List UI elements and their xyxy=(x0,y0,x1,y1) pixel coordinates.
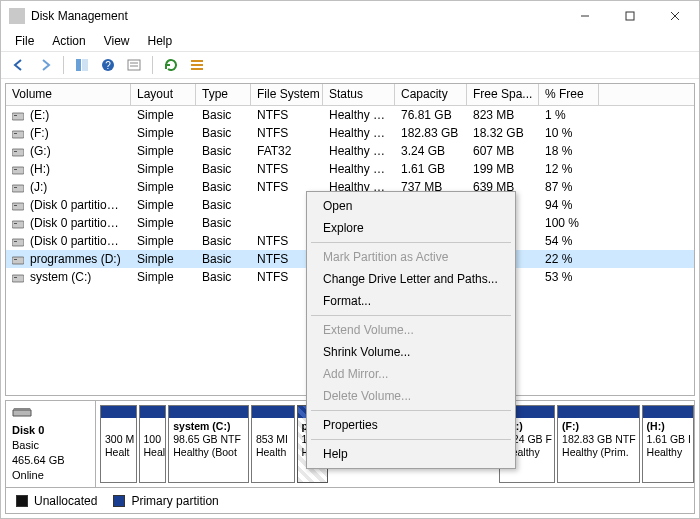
svg-rect-28 xyxy=(12,239,24,246)
partition-block[interactable]: 100Heal xyxy=(139,405,167,483)
table-row[interactable]: (H:)SimpleBasicNTFSHealthy (P...1.61 GB1… xyxy=(6,160,694,178)
disk-size: 465.64 GB xyxy=(12,454,65,466)
svg-rect-5 xyxy=(82,59,88,71)
svg-rect-19 xyxy=(14,151,17,152)
col-freespace[interactable]: Free Spa... xyxy=(467,84,539,105)
context-menu-separator xyxy=(311,242,511,243)
volume-icon xyxy=(12,182,24,194)
close-button[interactable] xyxy=(652,1,697,31)
svg-rect-13 xyxy=(191,68,203,70)
svg-rect-1 xyxy=(626,12,634,20)
help-icon[interactable]: ? xyxy=(96,54,120,76)
volume-icon xyxy=(12,236,24,248)
menu-help[interactable]: Help xyxy=(140,32,181,50)
svg-rect-32 xyxy=(12,275,24,282)
legend-unallocated: Unallocated xyxy=(34,494,97,508)
svg-rect-22 xyxy=(12,185,24,192)
svg-rect-24 xyxy=(12,203,24,210)
menu-file[interactable]: File xyxy=(7,32,42,50)
partition-block[interactable]: (H:)1.61 GB IHealthy xyxy=(642,405,694,483)
volume-icon xyxy=(12,200,24,212)
col-layout[interactable]: Layout xyxy=(131,84,196,105)
context-menu: OpenExploreMark Partition as ActiveChang… xyxy=(306,191,516,469)
partition-block[interactable]: (F:)182.83 GB NTFHealthy (Prim. xyxy=(557,405,640,483)
volume-icon xyxy=(12,146,24,158)
svg-rect-25 xyxy=(14,205,17,206)
disk-status: Online xyxy=(12,469,44,481)
col-type[interactable]: Type xyxy=(196,84,251,105)
list-icon[interactable] xyxy=(185,54,209,76)
svg-rect-12 xyxy=(191,64,203,66)
legend-swatch-unallocated xyxy=(16,495,28,507)
back-icon[interactable] xyxy=(7,54,31,76)
disk-name: Disk 0 xyxy=(12,424,44,436)
minimize-button[interactable] xyxy=(562,1,607,31)
col-status[interactable]: Status xyxy=(323,84,395,105)
app-icon xyxy=(9,8,25,24)
context-menu-item: Mark Partition as Active xyxy=(309,246,513,268)
svg-rect-8 xyxy=(128,60,140,70)
volume-icon xyxy=(12,218,24,230)
context-menu-item[interactable]: Properties xyxy=(309,414,513,436)
legend-swatch-primary xyxy=(113,495,125,507)
volume-icon xyxy=(12,128,24,140)
partition-block[interactable]: 300 MHealt xyxy=(100,405,137,483)
svg-rect-15 xyxy=(14,115,17,116)
col-filesystem[interactable]: File System xyxy=(251,84,323,105)
disk-info[interactable]: Disk 0 Basic 465.64 GB Online xyxy=(6,401,96,487)
svg-rect-27 xyxy=(14,223,17,224)
refresh-icon[interactable] xyxy=(159,54,183,76)
svg-rect-16 xyxy=(12,131,24,138)
svg-rect-30 xyxy=(12,257,24,264)
context-menu-item[interactable]: Help xyxy=(309,443,513,465)
context-menu-separator xyxy=(311,410,511,411)
table-row[interactable]: (F:)SimpleBasicNTFSHealthy (P...182.83 G… xyxy=(6,124,694,142)
col-pctfree[interactable]: % Free xyxy=(539,84,599,105)
svg-rect-4 xyxy=(76,59,81,71)
context-menu-item[interactable]: Explore xyxy=(309,217,513,239)
svg-rect-18 xyxy=(12,149,24,156)
volume-list-header: Volume Layout Type File System Status Ca… xyxy=(6,84,694,106)
context-menu-item[interactable]: Shrink Volume... xyxy=(309,341,513,363)
svg-rect-11 xyxy=(191,60,203,62)
svg-rect-33 xyxy=(14,277,17,278)
context-menu-item: Delete Volume... xyxy=(309,385,513,407)
forward-icon[interactable] xyxy=(33,54,57,76)
context-menu-item[interactable]: Open xyxy=(309,195,513,217)
layout-icon[interactable] xyxy=(70,54,94,76)
toolbar: ? xyxy=(1,51,699,79)
svg-rect-17 xyxy=(14,133,17,134)
partition-block[interactable]: system (C:)98.65 GB NTFHealthy (Boot xyxy=(168,405,249,483)
context-menu-item: Add Mirror... xyxy=(309,363,513,385)
menu-view[interactable]: View xyxy=(96,32,138,50)
svg-rect-20 xyxy=(12,167,24,174)
menubar: File Action View Help xyxy=(1,31,699,51)
svg-rect-23 xyxy=(14,187,17,188)
disk-type: Basic xyxy=(12,439,39,451)
legend: Unallocated Primary partition xyxy=(5,488,695,514)
svg-rect-21 xyxy=(14,169,17,170)
context-menu-item: Extend Volume... xyxy=(309,319,513,341)
table-row[interactable]: (G:)SimpleBasicFAT32Healthy (P...3.24 GB… xyxy=(6,142,694,160)
svg-rect-31 xyxy=(14,259,17,260)
properties-icon[interactable] xyxy=(122,54,146,76)
volume-icon xyxy=(12,110,24,122)
menu-action[interactable]: Action xyxy=(44,32,93,50)
disk-icon xyxy=(12,405,44,421)
col-capacity[interactable]: Capacity xyxy=(395,84,467,105)
maximize-button[interactable] xyxy=(607,1,652,31)
context-menu-separator xyxy=(311,315,511,316)
table-row[interactable]: (E:)SimpleBasicNTFSHealthy (P...76.81 GB… xyxy=(6,106,694,124)
col-volume[interactable]: Volume xyxy=(6,84,131,105)
svg-rect-29 xyxy=(14,241,17,242)
volume-icon xyxy=(12,164,24,176)
partition-block[interactable]: 853 MIHealth xyxy=(251,405,295,483)
disk-management-window: Disk Management File Action View Help ? … xyxy=(0,0,700,519)
context-menu-item[interactable]: Format... xyxy=(309,290,513,312)
window-title: Disk Management xyxy=(31,9,562,23)
svg-rect-14 xyxy=(12,113,24,120)
svg-rect-26 xyxy=(12,221,24,228)
legend-primary: Primary partition xyxy=(131,494,218,508)
context-menu-item[interactable]: Change Drive Letter and Paths... xyxy=(309,268,513,290)
svg-text:?: ? xyxy=(105,60,111,71)
